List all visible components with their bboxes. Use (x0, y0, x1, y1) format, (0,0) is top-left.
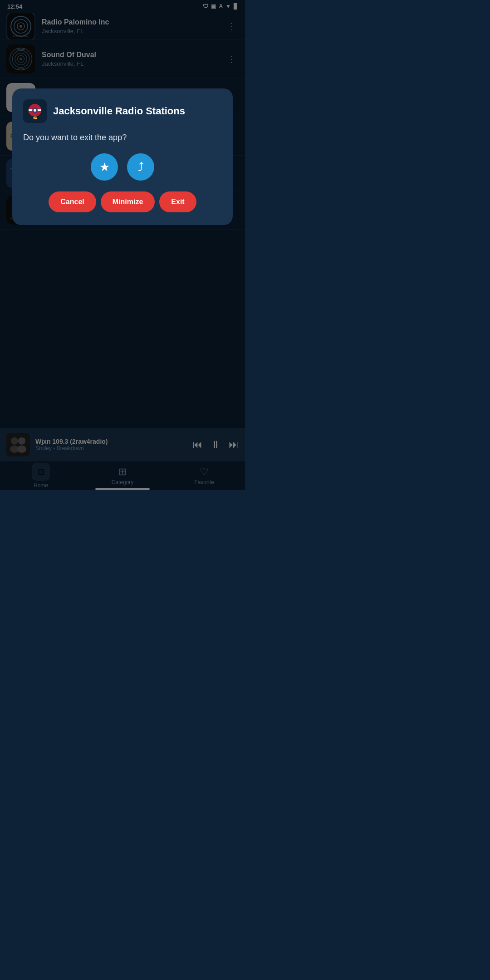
exit-dialog: 📻 Jacksonville Radio Stations Do you wan… (12, 88, 233, 225)
dialog-header: 📻 Jacksonville Radio Stations (23, 99, 222, 123)
svg-point-39 (34, 109, 36, 112)
dialog-icon-buttons: ★ ⤴ (23, 153, 222, 181)
exit-button[interactable]: Exit (159, 191, 196, 212)
share-icon: ⤴ (138, 160, 144, 174)
svg-text:📻: 📻 (33, 115, 37, 119)
dialog-actions: Cancel Minimize Exit (23, 191, 222, 212)
star-icon: ★ (99, 160, 110, 174)
dialog-question: Do you want to exit the app? (23, 132, 222, 143)
dialog-overlay: 📻 Jacksonville Radio Stations Do you wan… (0, 0, 245, 490)
favorite-button[interactable]: ★ (91, 153, 118, 181)
minimize-button[interactable]: Minimize (101, 191, 155, 212)
share-button[interactable]: ⤴ (127, 153, 154, 181)
dialog-title: Jacksonville Radio Stations (53, 105, 185, 117)
cancel-button[interactable]: Cancel (49, 191, 96, 212)
dialog-logo: 📻 (23, 99, 47, 123)
